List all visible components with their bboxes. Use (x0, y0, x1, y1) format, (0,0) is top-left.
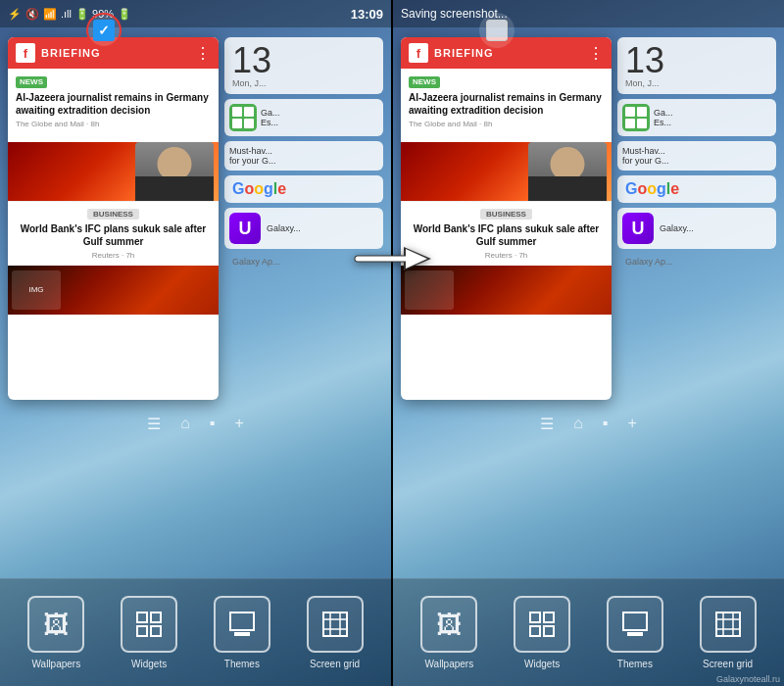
app-row-1[interactable]: Ga...Es... (224, 99, 383, 136)
add-icon[interactable]: + (235, 415, 244, 432)
svg-rect-3 (151, 626, 161, 636)
google-logo: Google (232, 180, 375, 198)
app-label-ga: Ga...Es... (261, 108, 280, 127)
main-container: ⚡ 🔇 📶 .ıll 🔋 99% 🔋 13:09 ✓ f (0, 0, 784, 686)
right-galaxy-apps-label: Galaxy Ap... (617, 254, 776, 270)
right-menu-icon[interactable]: ☰ (540, 415, 554, 433)
cal-day: Mon, J... (232, 78, 375, 88)
right-news-title-1: Al-Jazeera journalist remains in Germany… (409, 91, 604, 117)
face-area (8, 142, 219, 201)
left-desktop: ✓ f BRIEFING ⋮ NEWS Al-Jazeera journalis… (0, 27, 391, 578)
themes-icon-left (214, 596, 270, 653)
svg-rect-2 (137, 626, 147, 636)
left-time: 13:09 (351, 7, 383, 22)
home-icon[interactable]: ⌂ (180, 415, 190, 432)
right-add-icon[interactable]: + (628, 415, 637, 432)
right-news-item-2: BUSINESS World Bank's IFC plans sukuk sa… (401, 201, 612, 266)
u-app-row[interactable]: U Galaxy... (224, 208, 383, 249)
wifi-icon: 📶 (43, 8, 57, 21)
watermark: Galaxynoteall.ru (716, 674, 780, 684)
galaxy-label: Galaxy... (267, 223, 301, 233)
screengrid-svg-left (321, 611, 349, 638)
right-news-meta-2: Reuters · 7h (409, 251, 604, 260)
news-badge: NEWS (16, 76, 47, 88)
svg-rect-20 (623, 612, 647, 630)
svg-rect-4 (230, 612, 254, 630)
menu-icon[interactable]: ☰ (147, 415, 161, 433)
themes-button-right[interactable]: Themes (607, 596, 663, 669)
themes-button-left[interactable]: Themes (214, 596, 270, 669)
battery-icon: 🔋 (118, 8, 131, 21)
mute-icon: 🔇 (25, 8, 39, 21)
right-dots-menu-icon[interactable]: ⋮ (588, 44, 604, 63)
right-home-icon[interactable]: ⌂ (573, 415, 583, 432)
svg-rect-18 (530, 626, 540, 636)
must-have-label: Must-hav...for your G... (229, 146, 276, 166)
news-item-1: NEWS Al-Jazeera journalist remains in Ge… (8, 69, 219, 142)
right-flipboard-logo: f (409, 43, 428, 63)
must-have-row[interactable]: Must-hav...for your G... (224, 141, 383, 171)
checkbox-empty (486, 20, 508, 41)
left-cards-area: ✓ f BRIEFING ⋮ NEWS Al-Jazeera journalis… (0, 27, 391, 410)
themes-icon-right (607, 596, 663, 653)
galaxy-apps-label: Galaxy Ap... (224, 254, 383, 270)
right-app-grid-icon (622, 104, 650, 131)
svg-rect-1 (151, 612, 161, 622)
left-flipboard-card[interactable]: f BRIEFING ⋮ NEWS Al-Jazeera journalist … (8, 37, 219, 400)
wallpapers-label-left: Wallpapers (32, 659, 81, 669)
news-title-2: World Bank's IFC plans sukuk sale after … (16, 222, 211, 248)
svg-rect-5 (234, 632, 250, 636)
right-must-have-label: Must-hav...for your G... (622, 146, 669, 166)
dots-menu-icon[interactable]: ⋮ (195, 44, 211, 63)
svg-rect-16 (530, 612, 540, 622)
left-bottom-icons: 🖼 Wallpapers Widgets (0, 578, 391, 686)
screengrid-button-right[interactable]: Screen grid (700, 596, 757, 669)
screengrid-label-left: Screen grid (310, 659, 360, 669)
right-u-app-row[interactable]: U Galaxy... (617, 208, 776, 249)
right-news-meta-1: The Globe and Mail · 8h (409, 120, 604, 129)
themes-label-left: Themes (224, 659, 260, 669)
screengrid-icon-right (700, 596, 757, 653)
wallpapers-button-right[interactable]: 🖼 Wallpapers (420, 596, 477, 669)
briefing-label: BRIEFING (41, 47, 189, 59)
wallpapers-button-left[interactable]: 🖼 Wallpapers (27, 596, 84, 669)
right-must-have-row[interactable]: Must-hav...for your G... (617, 141, 776, 171)
right-news-badge: NEWS (409, 76, 440, 88)
screengrid-button-left[interactable]: Screen grid (307, 596, 364, 669)
news-meta-1: The Globe and Mail · 8h (16, 120, 211, 129)
right-cal-day: Mon, J... (625, 78, 768, 88)
svg-rect-11 (323, 612, 347, 636)
widgets-label-left: Widgets (131, 659, 167, 669)
square-icon: ▪ (210, 415, 216, 432)
screengrid-label-right: Screen grid (703, 659, 753, 669)
screengrid-icon-left (307, 596, 364, 653)
wallpapers-icon-left: 🖼 (27, 596, 84, 653)
news-meta-2: Reuters · 7h (16, 251, 211, 260)
right-app-row-1[interactable]: Ga...Es... (617, 99, 776, 136)
right-news-image-1 (401, 142, 612, 201)
left-nav-bar: ☰ ⌂ ▪ + (0, 410, 391, 441)
right-calendar-card[interactable]: 13 Mon, J... (617, 37, 776, 94)
right-checkbox-circle (479, 13, 514, 48)
right-google-card[interactable]: Google (617, 175, 776, 203)
left-secondary-cards: 13 Mon, J... Ga...Es... Must-hav...for y… (224, 37, 383, 400)
right-bottom-icons: 🖼 Wallpapers Widgets (393, 578, 784, 686)
themes-label-right: Themes (617, 659, 653, 669)
right-galaxy-label: Galaxy... (660, 223, 694, 233)
right-desktop: f BRIEFING ⋮ NEWS Al-Jazeera journalist … (393, 27, 784, 578)
calendar-card[interactable]: 13 Mon, J... (224, 37, 383, 94)
news-image-1 (8, 142, 219, 201)
widgets-button-left[interactable]: Widgets (121, 596, 177, 669)
svg-rect-19 (544, 626, 554, 636)
signal-icon: .ıll (61, 8, 72, 20)
right-flipboard-card[interactable]: f BRIEFING ⋮ NEWS Al-Jazeera journalist … (401, 37, 612, 400)
right-status-bar: Saving screenshot... (393, 0, 784, 27)
widgets-icon-left (121, 596, 177, 653)
left-panel: ⚡ 🔇 📶 .ıll 🔋 99% 🔋 13:09 ✓ f (0, 0, 391, 686)
themes-svg-left (228, 611, 256, 638)
right-briefing-label: BRIEFING (434, 47, 582, 59)
svg-rect-21 (627, 632, 643, 636)
google-card[interactable]: Google (224, 175, 383, 203)
wallpapers-label-right: Wallpapers (425, 659, 474, 669)
widgets-button-right[interactable]: Widgets (514, 596, 570, 669)
